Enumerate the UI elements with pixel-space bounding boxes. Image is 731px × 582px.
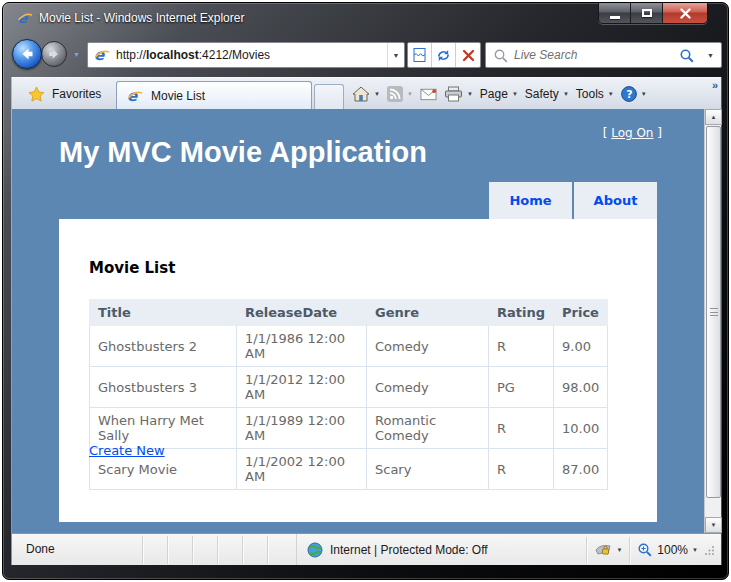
more-toolbar-chevron-icon[interactable]: » bbox=[712, 79, 718, 91]
address-bar[interactable]: e http://localhost:4212/Movies ▼ bbox=[87, 42, 405, 68]
print-button[interactable]: ▼ bbox=[444, 86, 473, 102]
home-icon bbox=[352, 86, 370, 102]
go-search-icon[interactable] bbox=[679, 48, 695, 64]
page-title: My MVC Movie Application bbox=[59, 136, 427, 169]
print-caret-icon: ▼ bbox=[467, 91, 473, 97]
scroll-down-icon: ▼ bbox=[711, 522, 717, 528]
svg-text:e: e bbox=[17, 10, 28, 26]
command-bar: Favorites e Movie List ▼ ▼ bbox=[12, 77, 721, 109]
svg-text:e: e bbox=[94, 47, 105, 63]
compatibility-view-button[interactable] bbox=[408, 43, 432, 67]
close-button[interactable] bbox=[663, 3, 707, 23]
minimize-button[interactable] bbox=[599, 3, 631, 23]
printer-icon bbox=[444, 86, 463, 102]
forward-arrow-icon bbox=[47, 47, 61, 61]
scrollbar-grip-icon bbox=[710, 308, 718, 316]
menu-item-about[interactable]: About bbox=[574, 182, 657, 219]
close-icon bbox=[680, 8, 691, 19]
tab-title: Movie List bbox=[151, 89, 205, 103]
window-controls bbox=[598, 3, 708, 24]
home-caret-icon: ▼ bbox=[374, 91, 380, 97]
help-caret-icon: ▼ bbox=[641, 91, 647, 97]
column-header-title: Title bbox=[90, 300, 237, 326]
help-icon: ? bbox=[621, 86, 637, 102]
status-segment bbox=[267, 536, 268, 564]
zoom-control[interactable]: 100% ▼ bbox=[637, 542, 698, 558]
protected-mode-icon bbox=[594, 542, 612, 558]
recent-pages-caret-icon[interactable]: ▼ bbox=[73, 51, 80, 58]
scroll-up-icon: ▲ bbox=[711, 114, 717, 120]
site-menu: Home About bbox=[489, 182, 657, 219]
tools-menu-label: Tools bbox=[576, 87, 604, 101]
help-menu[interactable]: ? ▼ bbox=[621, 86, 647, 102]
back-arrow-icon bbox=[19, 46, 35, 62]
section-heading: Movie List bbox=[89, 259, 175, 277]
feeds-button[interactable]: ▼ bbox=[387, 86, 413, 102]
tools-menu[interactable]: Tools ▼ bbox=[576, 87, 614, 101]
tab-favicon-icon: e bbox=[127, 88, 143, 104]
svg-text:e: e bbox=[127, 88, 138, 104]
scrollbar-thumb[interactable] bbox=[706, 126, 721, 498]
column-header-genre: Genre bbox=[367, 300, 489, 326]
search-box[interactable]: Live Search ▼ bbox=[485, 42, 722, 68]
status-segment bbox=[192, 536, 193, 564]
status-text: Done bbox=[26, 542, 55, 556]
logon-link[interactable]: Log On bbox=[611, 126, 653, 140]
menu-item-home[interactable]: Home bbox=[489, 182, 572, 219]
title-bar: e Movie List - Windows Internet Explorer bbox=[3, 3, 728, 33]
mvc-page: [ Log On ] My MVC Movie Application Home… bbox=[12, 109, 704, 533]
tools-menu-caret-icon: ▼ bbox=[608, 91, 614, 97]
search-options-caret-icon[interactable]: ▼ bbox=[707, 52, 714, 59]
new-tab-stub[interactable] bbox=[314, 84, 344, 110]
home-button[interactable]: ▼ bbox=[352, 86, 380, 102]
resize-grip-icon[interactable] bbox=[705, 545, 715, 555]
rss-feed-icon bbox=[387, 86, 403, 102]
create-new-link[interactable]: Create New bbox=[89, 443, 165, 458]
mail-icon bbox=[420, 87, 437, 101]
svg-text:?: ? bbox=[626, 88, 632, 101]
stop-button[interactable] bbox=[456, 43, 480, 67]
status-segment bbox=[242, 536, 243, 564]
back-button[interactable] bbox=[12, 39, 42, 69]
page-menu[interactable]: Page ▼ bbox=[480, 87, 518, 101]
navigation-bar: ▼ e http://localhost:4212/Movies ▼ Live … bbox=[3, 33, 728, 77]
table-row: Ghostbusters 21/1/1986 12:00 AMComedyR9.… bbox=[90, 326, 608, 367]
status-segment bbox=[142, 536, 143, 564]
page-menu-label: Page bbox=[480, 87, 508, 101]
page-menu-caret-icon: ▼ bbox=[512, 91, 518, 97]
command-icons: ▼ ▼ ▼ Page ▼ Safety bbox=[352, 78, 647, 110]
tab-movie-list[interactable]: e Movie List bbox=[116, 81, 312, 110]
table-row: Scary Movie1/1/2002 12:00 AMScaryR87.00 bbox=[90, 449, 608, 490]
forward-button[interactable] bbox=[41, 41, 67, 67]
zone-text: Internet | Protected Mode: Off bbox=[330, 543, 488, 557]
favorites-button[interactable]: Favorites bbox=[18, 78, 111, 110]
favorites-star-icon bbox=[28, 86, 45, 103]
vertical-scrollbar[interactable]: ▲ ▼ bbox=[704, 109, 721, 533]
change-zoom-zone-button[interactable]: ▼ bbox=[594, 542, 622, 558]
internet-zone-globe-icon bbox=[307, 542, 323, 558]
safety-menu-label: Safety bbox=[525, 87, 559, 101]
movie-table: Title ReleaseDate Genre Rating Price Gho… bbox=[89, 299, 608, 490]
zoom-level: 100% bbox=[657, 543, 688, 557]
stop-icon bbox=[462, 49, 475, 62]
browser-client-area: Favorites e Movie List ▼ ▼ bbox=[11, 77, 722, 565]
maximize-button[interactable] bbox=[631, 3, 663, 23]
content-box: Movie List Title ReleaseDate Genre Ratin… bbox=[59, 219, 657, 522]
table-row: When Harry Met Sally1/1/1989 12:00 AMRom… bbox=[90, 408, 608, 449]
status-right-controls: ▼ 100% ▼ bbox=[586, 534, 715, 565]
column-header-rating: Rating bbox=[489, 300, 554, 326]
address-dropdown-caret-icon[interactable]: ▼ bbox=[387, 43, 404, 67]
refresh-icon bbox=[436, 48, 451, 63]
table-row: Ghostbusters 31/1/2012 12:00 AMComedyPG9… bbox=[90, 367, 608, 408]
security-zone-area: Internet | Protected Mode: Off bbox=[296, 534, 488, 565]
safety-menu[interactable]: Safety ▼ bbox=[525, 87, 569, 101]
zoom-caret-icon: ▼ bbox=[692, 547, 698, 553]
address-buttons bbox=[407, 42, 481, 68]
scroll-down-button[interactable]: ▼ bbox=[705, 517, 722, 533]
scroll-up-button[interactable]: ▲ bbox=[705, 109, 722, 125]
read-mail-button[interactable] bbox=[420, 87, 437, 101]
page-viewport: [ Log On ] My MVC Movie Application Home… bbox=[12, 109, 721, 533]
feeds-caret-icon: ▼ bbox=[407, 91, 413, 97]
refresh-button[interactable] bbox=[432, 43, 456, 67]
minimize-icon bbox=[610, 16, 620, 19]
